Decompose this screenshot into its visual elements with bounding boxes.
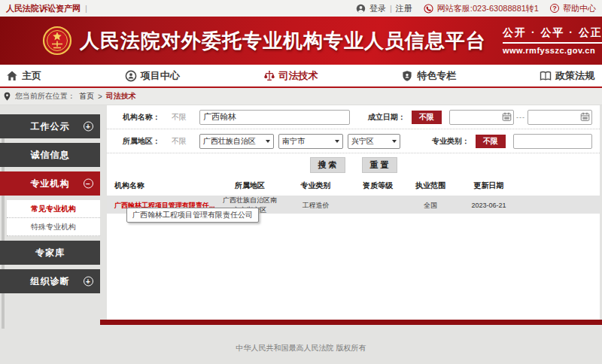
- top-utility-bar: 人民法院诉讼资产网 | 登录 | 注册 网站客服:023-63088881转1 …: [0, 0, 602, 17]
- sidebar: 工作公示 + 诚信信息 专业机构 − 常见专业机构 特殊专业机构 专家库 组织诊…: [0, 105, 100, 320]
- district-select[interactable]: 兴宁区: [348, 134, 400, 149]
- province-select[interactable]: 广西壮族自治区: [199, 134, 274, 149]
- nav-label: 政策法规: [555, 69, 594, 83]
- nav-label: 司法技术: [279, 69, 318, 83]
- footer: 中华人民共和国最高人民法院 版权所有: [0, 325, 602, 364]
- project-center-icon: [125, 70, 137, 82]
- home-icon: [6, 70, 18, 82]
- table-header-row: 机构名称 所属地区 专业类别 资质等级 执业范围 更新日期: [107, 176, 600, 196]
- founding-date-label: 成立日期：: [368, 112, 406, 123]
- sidebar-item-label: 专业机构: [31, 177, 70, 190]
- site-url: www.rmfysszc.gov.cn: [503, 46, 602, 55]
- sidebar-item-professional-orgs[interactable]: 专业机构 −: [0, 171, 100, 196]
- region-label: 所属地区：: [123, 136, 160, 147]
- org-name-label: 机构名称：: [123, 112, 160, 123]
- submenu-item-common-orgs[interactable]: 常见专业机构: [7, 200, 100, 218]
- collapse-icon: −: [84, 179, 93, 189]
- phone-icon: [424, 4, 433, 14]
- search-button[interactable]: 搜索: [310, 157, 345, 173]
- chevron-down-icon: [266, 140, 270, 143]
- shield-icon: [401, 70, 413, 82]
- banner-header: 人民法院对外委托专业机构专业人员信息平台 公开 · 公平 · 公正 www.rm…: [0, 17, 602, 65]
- content-area: 工作公示 + 诚信信息 专业机构 − 常见专业机构 特殊专业机构 专家库 组织诊…: [0, 105, 602, 320]
- expand-icon: +: [84, 277, 93, 287]
- sidebar-item-label: 专家库: [35, 247, 65, 259]
- org-name-tooltip: 广西翰林工程项目管理有限责任公司: [126, 208, 259, 223]
- sidebar-item-label: 工作公示: [31, 120, 70, 133]
- region-unlimited: 不限: [172, 136, 187, 147]
- nav-item-judicial-tech[interactable]: 司法技术: [263, 69, 318, 83]
- submenu-item-special-orgs[interactable]: 特殊专业机构: [7, 218, 100, 236]
- register-link[interactable]: 注册: [396, 3, 412, 14]
- expand-icon: +: [84, 122, 93, 132]
- category-input[interactable]: [513, 134, 592, 149]
- site-title: 人民法院对外委托专业机构专业人员信息平台: [80, 28, 486, 54]
- service-hotline: 网站客服:023-63088881转1: [437, 3, 539, 14]
- submenu-label: 常见专业机构: [31, 204, 76, 214]
- user-icon: [356, 4, 366, 14]
- col-header-region: 所属地区: [220, 180, 280, 191]
- form-row-region-category: 所属地区： 不限 广西壮族自治区 南宁市 兴宁区 专业类别： 不限: [107, 129, 600, 153]
- breadcrumb-separator: >: [98, 93, 102, 101]
- city-select[interactable]: 南宁市: [278, 134, 343, 149]
- col-header-scope: 执业范围: [404, 180, 457, 191]
- asset-site-link[interactable]: 人民法院诉讼资产网: [6, 3, 81, 14]
- court-emblem-logo: [42, 26, 72, 56]
- sidebar-item-expert-pool[interactable]: 专家库: [0, 241, 100, 265]
- main-nav: 主页 项目中心 司法技术 特色专栏 政策法规: [0, 65, 602, 88]
- col-header-updated: 更新日期: [457, 180, 521, 191]
- reset-button[interactable]: 重置: [362, 157, 397, 173]
- sidebar-item-org-diagnosis[interactable]: 组织诊断 +: [0, 269, 100, 293]
- col-header-grade: 资质等级: [351, 180, 404, 191]
- city-value: 南宁市: [282, 136, 333, 147]
- main-panel: 机构名称： 不限 成立日期： 不限 --- 所属地区：: [107, 105, 600, 320]
- breadcrumb-prefix: 您当前所在位置：: [15, 91, 75, 102]
- province-value: 广西壮族自治区: [203, 136, 263, 147]
- calendar-icon[interactable]: [580, 112, 590, 122]
- nav-item-featured[interactable]: 特色专栏: [401, 69, 456, 83]
- org-name-input[interactable]: [199, 110, 350, 125]
- footer-red-band: [100, 320, 602, 325]
- form-row-name-date: 机构名称： 不限 成立日期： 不限 ---: [107, 105, 600, 129]
- breadcrumb-home[interactable]: 首页: [79, 91, 94, 102]
- slogan: 公开 · 公平 · 公正: [503, 26, 602, 44]
- breadcrumb-current: 司法技术: [106, 91, 136, 102]
- org-name-unlimited: 不限: [172, 112, 187, 123]
- breadcrumb: 您当前所在位置： 首页 > 司法技术: [0, 88, 602, 105]
- category-label: 专业类别：: [432, 136, 470, 147]
- category-unlimited-badge[interactable]: 不限: [476, 135, 506, 148]
- sidebar-submenu: 常见专业机构 特殊专业机构: [7, 200, 100, 236]
- login-register-divider: |: [390, 4, 392, 13]
- calendar-icon[interactable]: [502, 112, 512, 122]
- district-value: 兴宁区: [351, 136, 390, 147]
- topbar-divider: |: [85, 4, 87, 13]
- policy-book-icon: [540, 70, 552, 82]
- submenu-label: 特殊专业机构: [31, 222, 76, 232]
- location-pin-icon: [3, 92, 11, 102]
- copyright-text: 中华人民共和国最高人民法院 版权所有: [236, 343, 366, 364]
- nav-label: 项目中心: [141, 69, 180, 83]
- chevron-down-icon: [335, 140, 339, 143]
- nav-label: 主页: [22, 69, 41, 83]
- sidebar-item-work-publicity[interactable]: 工作公示 +: [0, 114, 100, 138]
- chevron-down-icon: [392, 140, 397, 143]
- sidebar-item-integrity-info[interactable]: 诚信信息: [0, 143, 100, 167]
- scales-icon: [263, 70, 275, 82]
- row-category: 工程造价: [280, 201, 351, 211]
- row-updated: 2023-06-21: [457, 202, 521, 209]
- col-header-org-name: 机构名称: [107, 180, 220, 191]
- help-center-link[interactable]: 帮助中心: [563, 3, 596, 14]
- nav-label: 特色专栏: [417, 69, 456, 83]
- founding-date-unlimited-badge[interactable]: 不限: [412, 111, 442, 124]
- sidebar-item-label: 诚信信息: [31, 149, 70, 162]
- nav-item-project-center[interactable]: 项目中心: [125, 69, 180, 83]
- help-icon: ?: [550, 4, 559, 13]
- col-header-category: 专业类别: [280, 180, 351, 191]
- login-link[interactable]: 登录: [369, 3, 386, 14]
- sidebar-item-label: 组织诊断: [31, 275, 70, 288]
- row-scope: 全国: [404, 201, 457, 211]
- nav-item-policy[interactable]: 政策法规: [540, 69, 594, 83]
- date-range-separator: ---: [516, 114, 525, 121]
- nav-item-home[interactable]: 主页: [6, 69, 41, 83]
- form-buttons-row: 搜索 重置: [107, 153, 600, 176]
